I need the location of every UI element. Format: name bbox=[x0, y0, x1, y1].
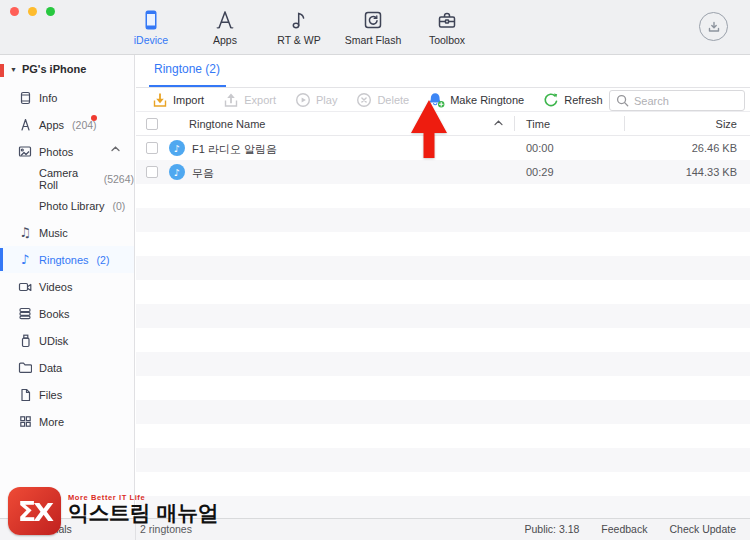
column-divider bbox=[624, 116, 625, 131]
sidebar-item-label: Info bbox=[39, 92, 57, 104]
sidebar-item-label: Books bbox=[39, 308, 70, 320]
sidebar-item-label: More bbox=[39, 416, 64, 428]
sidebar-item-label: Videos bbox=[39, 281, 72, 293]
sidebar-item-data[interactable]: Data bbox=[0, 354, 134, 381]
nav-rt-wp[interactable]: RT & WP bbox=[262, 4, 336, 46]
ringtone-file-icon: ♪ bbox=[169, 164, 185, 180]
export-icon bbox=[223, 92, 239, 108]
tab-ringtone[interactable]: Ringtone (2) bbox=[154, 62, 220, 76]
search-input[interactable] bbox=[634, 95, 734, 107]
sidebar: ▼ PG's iPhone Info Apps (204) Photos Cam… bbox=[0, 55, 135, 518]
nav-idevice[interactable]: iDevice bbox=[114, 4, 188, 46]
ringtone-name: F1 라디오 알림음 bbox=[192, 142, 277, 157]
watermark-title: 익스트림 매뉴얼 bbox=[68, 502, 218, 525]
sidebar-item-photo-library[interactable]: Photo Library (0) bbox=[0, 192, 134, 219]
version-label: Public: 3.18 bbox=[524, 523, 579, 535]
notification-dot bbox=[91, 115, 97, 121]
search-icon bbox=[616, 94, 629, 107]
ringtone-time: 00:00 bbox=[526, 142, 554, 154]
sidebar-item-books[interactable]: Books bbox=[0, 300, 134, 327]
music-note-icon bbox=[288, 8, 310, 32]
folder-icon bbox=[18, 361, 32, 375]
sidebar-item-label: Ringtones bbox=[39, 254, 89, 266]
top-navigation: iDevice Apps RT & WP Smart Flash bbox=[114, 4, 484, 46]
photos-icon bbox=[18, 145, 32, 159]
zoom-window-button[interactable] bbox=[46, 7, 55, 16]
nav-smart-flash-label: Smart Flash bbox=[345, 34, 402, 46]
select-all-checkbox[interactable] bbox=[146, 118, 158, 130]
sidebar-item-apps[interactable]: Apps (204) bbox=[0, 111, 134, 138]
device-header[interactable]: ▼ PG's iPhone bbox=[0, 55, 134, 81]
sidebar-item-info[interactable]: Info bbox=[0, 84, 134, 111]
sidebar-item-count: (5264) bbox=[104, 173, 134, 185]
sidebar-item-camera-roll[interactable]: Camera Roll (5264) bbox=[0, 165, 134, 192]
recording-marker bbox=[0, 64, 4, 77]
sidebar-item-videos[interactable]: Videos bbox=[0, 273, 134, 300]
column-divider bbox=[514, 116, 515, 131]
nav-toolbox[interactable]: Toolbox bbox=[410, 4, 484, 46]
import-icon bbox=[152, 92, 168, 108]
ringtone-note-icon: ♪ bbox=[18, 253, 32, 267]
sidebar-item-label: Apps bbox=[39, 119, 64, 131]
sidebar-item-count: (2) bbox=[97, 254, 110, 266]
nav-idevice-label: iDevice bbox=[134, 34, 168, 46]
column-ringtone-name[interactable]: Ringtone Name bbox=[189, 118, 265, 130]
refresh-button[interactable]: Refresh bbox=[543, 92, 603, 108]
play-button[interactable]: Play bbox=[295, 92, 337, 108]
export-label: Export bbox=[244, 94, 276, 106]
import-button[interactable]: Import bbox=[152, 92, 204, 108]
sort-asc-icon[interactable] bbox=[494, 120, 503, 126]
nav-apps-label: Apps bbox=[213, 34, 237, 46]
sidebar-item-label: Data bbox=[39, 362, 62, 374]
search-box[interactable] bbox=[609, 90, 745, 111]
refresh-icon bbox=[543, 92, 559, 108]
feedback-link[interactable]: Feedback bbox=[601, 523, 647, 535]
check-update-link[interactable]: Check Update bbox=[669, 523, 736, 535]
annotation-arrow-icon bbox=[403, 94, 455, 164]
toolbox-icon bbox=[436, 8, 458, 32]
nav-smart-flash[interactable]: Smart Flash bbox=[336, 4, 410, 46]
sidebar-item-label: Camera Roll bbox=[39, 167, 96, 191]
play-label: Play bbox=[316, 94, 337, 106]
sidebar-item-label: Photos bbox=[39, 146, 73, 158]
nav-toolbox-label: Toolbox bbox=[429, 34, 465, 46]
chevron-up-icon[interactable] bbox=[111, 146, 120, 152]
row-checkbox[interactable] bbox=[146, 142, 158, 154]
sidebar-item-label: Music bbox=[39, 227, 68, 239]
download-manager-button[interactable] bbox=[699, 12, 728, 41]
delete-button[interactable]: Delete bbox=[356, 92, 409, 108]
sidebar-item-files[interactable]: Files bbox=[0, 381, 134, 408]
sidebar-item-udisk[interactable]: UDisk bbox=[0, 327, 134, 354]
sidebar-item-label: Photo Library bbox=[39, 200, 104, 212]
row-checkbox[interactable] bbox=[146, 166, 158, 178]
download-icon bbox=[706, 19, 722, 35]
apps-store-icon bbox=[214, 8, 236, 32]
video-camera-icon bbox=[18, 280, 32, 294]
sidebar-item-label: UDisk bbox=[39, 335, 68, 347]
column-time[interactable]: Time bbox=[526, 118, 550, 130]
minimize-window-button[interactable] bbox=[28, 7, 37, 16]
export-button[interactable]: Export bbox=[223, 92, 276, 108]
sidebar-item-photos[interactable]: Photos bbox=[0, 138, 134, 165]
sidebar-item-ringtones[interactable]: ♪ Ringtones (2) bbox=[0, 246, 134, 273]
close-window-button[interactable] bbox=[10, 7, 19, 16]
column-size[interactable]: Size bbox=[716, 118, 737, 130]
smart-flash-icon bbox=[362, 8, 384, 32]
tab-bar: Ringtone (2) bbox=[136, 55, 750, 88]
sidebar-item-more[interactable]: More bbox=[0, 408, 134, 435]
sidebar-item-music[interactable]: ♫ Music bbox=[0, 219, 134, 246]
ringtone-list: ♪ F1 라디오 알림음 00:00 26.46 KB ♪ 무음 00:29 1… bbox=[136, 136, 750, 518]
ringtone-time: 00:29 bbox=[526, 166, 554, 178]
play-icon bbox=[295, 92, 311, 108]
sidebar-item-count: (0) bbox=[112, 200, 125, 212]
logo-glyph: ΣX bbox=[18, 496, 51, 525]
grid-more-icon bbox=[18, 415, 32, 429]
usb-drive-icon bbox=[18, 334, 32, 348]
ex-logo-icon: ΣX bbox=[8, 487, 61, 535]
ringtone-name: 무음 bbox=[192, 166, 214, 181]
nav-apps[interactable]: Apps bbox=[188, 4, 262, 46]
books-icon bbox=[18, 307, 32, 321]
app-window: iDevice Apps RT & WP Smart Flash bbox=[0, 0, 750, 540]
collapse-triangle-icon: ▼ bbox=[10, 66, 17, 73]
refresh-label: Refresh bbox=[564, 94, 603, 106]
